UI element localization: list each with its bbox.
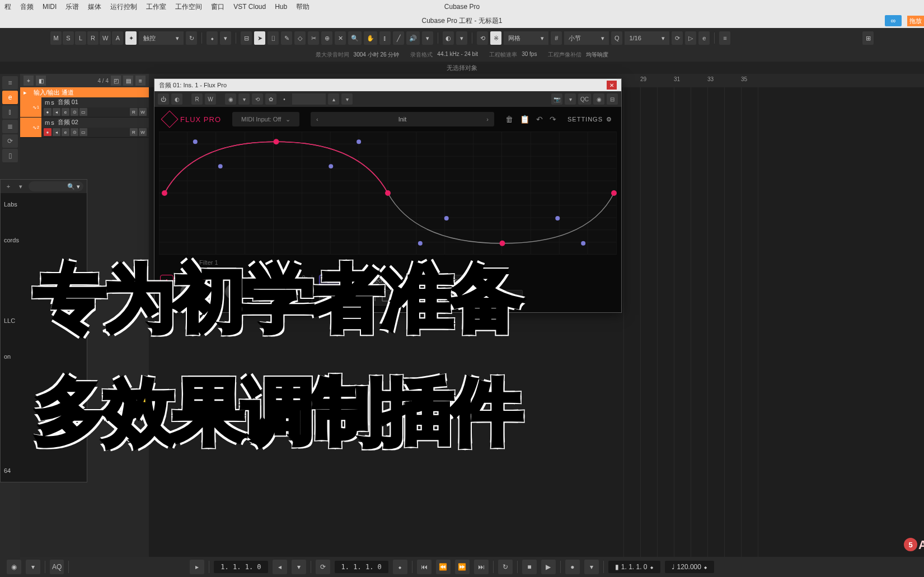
- track-mute[interactable]: m: [45, 119, 50, 126]
- preset-prev-icon[interactable]: ◉: [225, 93, 236, 105]
- automation-mode-icon[interactable]: ✦: [125, 31, 137, 45]
- menu-icon[interactable]: ⊟: [607, 93, 618, 105]
- tempo-display[interactable]: ♩120.000⬥: [665, 561, 714, 573]
- toolbar-btn[interactable]: ⊞: [862, 31, 874, 45]
- track-read[interactable]: R: [130, 108, 138, 116]
- snapshot-icon[interactable]: 📷: [551, 93, 562, 105]
- zoom-tool-icon[interactable]: 🔍: [348, 31, 362, 45]
- range-tool-icon[interactable]: ⌷: [268, 31, 279, 45]
- cycle-button[interactable]: ↻: [498, 560, 513, 574]
- power-icon[interactable]: ⏻: [158, 93, 169, 105]
- track-preset-button[interactable]: ◧: [36, 76, 46, 86]
- track-row[interactable]: ∿2 ms音频 02 ● ◂ e ⊙ ▭ R W: [20, 118, 149, 138]
- rail-channel-icon[interactable]: ≡: [2, 76, 18, 90]
- left-locator[interactable]: 1. 1. 1. 0: [214, 561, 268, 573]
- track-freeze[interactable]: ⊙: [71, 108, 78, 116]
- add-button[interactable]: +: [4, 182, 13, 191]
- list-item[interactable]: cords: [4, 233, 83, 247]
- track-edit[interactable]: e: [62, 128, 69, 136]
- menu-item[interactable]: 工作空间: [175, 2, 202, 12]
- rail-edit-icon[interactable]: e: [2, 91, 18, 104]
- play-button[interactable]: ▶: [541, 560, 556, 574]
- toolbar-btn[interactable]: ⟲: [477, 31, 488, 45]
- menu-item[interactable]: 窗口: [211, 2, 224, 12]
- settings-button[interactable]: SETTINGS ⚙: [567, 116, 612, 123]
- track-row[interactable]: ∿1 ms音频 01 ● ◂ e ⊙ ▭ R W: [20, 97, 149, 118]
- listen-button[interactable]: L: [75, 31, 86, 45]
- forward-icon[interactable]: ⏭: [474, 560, 489, 574]
- settings-icon[interactable]: ✿: [265, 93, 276, 105]
- curve-editor[interactable]: [159, 132, 617, 255]
- mute-button[interactable]: M: [50, 31, 62, 45]
- down-icon[interactable]: ▾: [341, 93, 353, 105]
- dropdown-icon[interactable]: ▾: [584, 560, 599, 574]
- track-monitor[interactable]: ◂: [53, 108, 60, 116]
- qc-button[interactable]: QC: [578, 93, 591, 105]
- track-filter-button[interactable]: ◰: [111, 76, 121, 86]
- redo-icon[interactable]: ↷: [550, 115, 556, 124]
- menu-item[interactable]: 运行控制: [110, 2, 137, 12]
- read-button[interactable]: R: [191, 93, 203, 105]
- list-item[interactable]: on: [4, 350, 83, 363]
- track-write[interactable]: W: [139, 128, 147, 136]
- menu-item[interactable]: 媒体: [88, 2, 101, 12]
- quantize-dropdown[interactable]: 1/16▾: [625, 31, 669, 45]
- track-edit[interactable]: e: [62, 108, 69, 116]
- menu-item[interactable]: VST Cloud: [233, 3, 266, 11]
- preset-dropdown[interactable]: [292, 93, 326, 105]
- bypass-icon[interactable]: ◐: [171, 93, 182, 105]
- punch-out-icon[interactable]: ◂: [273, 560, 287, 574]
- track-rec[interactable]: ●: [44, 128, 51, 136]
- toolbar-btn[interactable]: ↻: [186, 31, 197, 45]
- preset-prev-icon[interactable]: ‹: [316, 116, 318, 123]
- plugin-titlebar[interactable]: 音频 01: Ins. 1 - Flux Pro ✕: [154, 79, 621, 91]
- track-lane[interactable]: ▭: [79, 108, 87, 116]
- add-track-button[interactable]: +: [24, 76, 34, 86]
- delete-icon[interactable]: 🗑: [505, 115, 513, 124]
- list-item[interactable]: 64: [4, 464, 83, 477]
- track-name[interactable]: ms音频 02: [41, 118, 149, 128]
- track-read[interactable]: R: [130, 128, 138, 136]
- pin-icon[interactable]: •: [279, 93, 290, 105]
- line-tool-icon[interactable]: ╱: [393, 31, 404, 45]
- learn-icon[interactable]: ◉: [593, 93, 604, 105]
- snap-icon[interactable]: ※: [490, 31, 501, 45]
- right-locator[interactable]: 1. 1. 1. 0: [335, 561, 388, 573]
- track-rec[interactable]: ●: [44, 108, 51, 116]
- rail-eq-icon[interactable]: ⫿: [2, 105, 18, 119]
- copy-icon[interactable]: 📋: [520, 115, 529, 124]
- read-button[interactable]: R: [87, 31, 99, 45]
- draw-tool-icon[interactable]: ✎: [281, 31, 292, 45]
- position-display[interactable]: ▮1. 1. 1. 0⬥: [608, 561, 660, 573]
- dropdown-icon[interactable]: ▾: [292, 560, 306, 574]
- toolbar-btn[interactable]: ▾: [220, 31, 231, 45]
- grid-dropdown[interactable]: 网格▾: [504, 31, 548, 45]
- track-write[interactable]: W: [139, 108, 147, 116]
- marker-icon[interactable]: ⬥: [393, 560, 407, 574]
- prev-icon[interactable]: ⏪: [436, 560, 451, 574]
- toolbar-btn[interactable]: e: [698, 31, 710, 45]
- track-freeze[interactable]: ⊙: [71, 128, 78, 136]
- track-solo[interactable]: s: [51, 99, 54, 106]
- menu-item[interactable]: 乐谱: [65, 2, 79, 12]
- split-tool-icon[interactable]: ✂: [308, 31, 319, 45]
- warp-tool-icon[interactable]: ⫿: [379, 31, 391, 45]
- track-monitor[interactable]: ◂: [53, 128, 60, 136]
- drag-button[interactable]: 拖放: [907, 16, 924, 26]
- bars-dropdown[interactable]: 小节▾: [564, 31, 609, 45]
- menu-item[interactable]: 工作室: [146, 2, 166, 12]
- rail-strip-icon[interactable]: ≣: [2, 120, 18, 133]
- menu-item[interactable]: 音频: [20, 2, 34, 12]
- toolbar-btn[interactable]: ▷: [685, 31, 696, 45]
- touch-dropdown[interactable]: 触控▾: [139, 31, 184, 45]
- performance-icon[interactable]: ◉: [7, 560, 21, 574]
- close-button[interactable]: ✕: [607, 81, 617, 90]
- play-tool-icon[interactable]: 🔊: [406, 31, 420, 45]
- automation-button[interactable]: A: [112, 31, 123, 45]
- solo-button[interactable]: S: [63, 31, 74, 45]
- glue-tool-icon[interactable]: ⊕: [321, 31, 332, 45]
- track-mute[interactable]: m: [45, 99, 50, 106]
- track-name[interactable]: ms音频 01: [41, 97, 149, 107]
- write-button[interactable]: W: [205, 93, 216, 105]
- menu-item[interactable]: Hub: [275, 3, 287, 11]
